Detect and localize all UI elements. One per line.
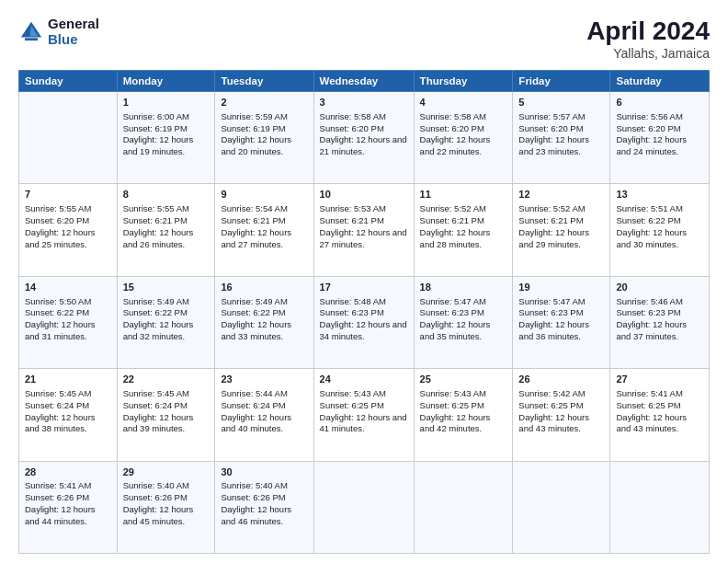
calendar-cell: 27Sunrise: 5:41 AMSunset: 6:25 PMDayligh…	[610, 369, 710, 461]
header: General Blue April 2024 Yallahs, Jamaica	[18, 17, 710, 61]
svg-rect-2	[25, 38, 38, 40]
sunrise: Sunrise: 5:42 AM	[518, 388, 585, 398]
title-block: April 2024 Yallahs, Jamaica	[586, 17, 710, 61]
daylight: Daylight: 12 hours and 36 minutes.	[518, 319, 589, 341]
sunrise: Sunrise: 5:58 AM	[420, 111, 486, 121]
sunrise: Sunrise: 5:45 AM	[25, 388, 91, 398]
sunset: Sunset: 6:24 PM	[221, 400, 285, 410]
calendar-week-5: 28Sunrise: 5:41 AMSunset: 6:26 PMDayligh…	[19, 461, 710, 553]
sunset: Sunset: 6:22 PM	[25, 307, 89, 317]
calendar-cell: 9Sunrise: 5:54 AMSunset: 6:21 PMDaylight…	[215, 184, 313, 276]
calendar-cell: 7Sunrise: 5:55 AMSunset: 6:20 PMDaylight…	[19, 184, 118, 276]
day-number: 14	[25, 281, 111, 294]
sunset: Sunset: 6:21 PM	[123, 215, 188, 225]
daylight: Daylight: 12 hours and 42 minutes.	[420, 412, 491, 434]
day-number: 20	[616, 281, 703, 294]
day-number: 5	[518, 96, 604, 109]
location: Yallahs, Jamaica	[586, 46, 710, 61]
daylight: Daylight: 12 hours and 21 minutes.	[320, 134, 407, 156]
month-title: April 2024	[586, 17, 710, 46]
day-number: 10	[320, 188, 408, 201]
day-number: 18	[420, 281, 507, 294]
calendar-cell: 5Sunrise: 5:57 AMSunset: 6:20 PMDaylight…	[513, 92, 610, 184]
sunrise: Sunrise: 5:40 AM	[221, 480, 287, 490]
sunrise: Sunrise: 5:51 AM	[616, 203, 682, 213]
sunrise: Sunrise: 5:54 AM	[221, 203, 287, 213]
daylight: Daylight: 12 hours and 30 minutes.	[616, 227, 687, 249]
calendar-cell: 19Sunrise: 5:47 AMSunset: 6:23 PMDayligh…	[513, 276, 610, 368]
daylight: Daylight: 12 hours and 20 minutes.	[221, 134, 291, 156]
sunrise: Sunrise: 5:57 AM	[518, 111, 585, 121]
sunrise: Sunrise: 5:40 AM	[123, 480, 189, 490]
calendar-cell: 14Sunrise: 5:50 AMSunset: 6:22 PMDayligh…	[19, 276, 118, 368]
calendar-cell: 28Sunrise: 5:41 AMSunset: 6:26 PMDayligh…	[19, 461, 118, 553]
sunrise: Sunrise: 5:44 AM	[221, 388, 287, 398]
calendar-cell	[19, 92, 118, 184]
col-header-tuesday: Tuesday	[215, 71, 313, 92]
daylight: Daylight: 12 hours and 28 minutes.	[420, 227, 491, 249]
col-header-friday: Friday	[513, 71, 610, 92]
sunrise: Sunrise: 5:43 AM	[320, 388, 386, 398]
calendar-cell: 6Sunrise: 5:56 AMSunset: 6:20 PMDaylight…	[610, 92, 710, 184]
daylight: Daylight: 12 hours and 24 minutes.	[616, 134, 687, 156]
day-number: 22	[123, 373, 210, 386]
calendar-cell: 1Sunrise: 6:00 AMSunset: 6:19 PMDaylight…	[117, 92, 215, 184]
calendar-cell	[313, 461, 414, 553]
calendar-table: SundayMondayTuesdayWednesdayThursdayFrid…	[18, 70, 710, 554]
daylight: Daylight: 12 hours and 19 minutes.	[123, 134, 194, 156]
daylight: Daylight: 12 hours and 44 minutes.	[25, 504, 96, 526]
day-number: 25	[420, 373, 507, 386]
sunset: Sunset: 6:23 PM	[420, 307, 484, 317]
daylight: Daylight: 12 hours and 40 minutes.	[221, 412, 291, 434]
sunrise: Sunrise: 5:47 AM	[420, 296, 486, 306]
daylight: Daylight: 12 hours and 27 minutes.	[221, 227, 291, 249]
daylight: Daylight: 12 hours and 43 minutes.	[616, 412, 687, 434]
sunset: Sunset: 6:21 PM	[518, 215, 583, 225]
logo-text: General Blue	[48, 17, 99, 47]
sunrise: Sunrise: 5:46 AM	[616, 296, 682, 306]
calendar-week-2: 7Sunrise: 5:55 AMSunset: 6:20 PMDaylight…	[19, 184, 710, 276]
daylight: Daylight: 12 hours and 45 minutes.	[123, 504, 194, 526]
calendar-cell: 20Sunrise: 5:46 AMSunset: 6:23 PMDayligh…	[610, 276, 710, 368]
sunset: Sunset: 6:22 PM	[221, 307, 285, 317]
day-number: 30	[221, 465, 307, 479]
sunrise: Sunrise: 5:55 AM	[25, 203, 91, 213]
daylight: Daylight: 12 hours and 33 minutes.	[221, 319, 291, 341]
col-header-saturday: Saturday	[610, 71, 710, 92]
calendar-cell: 21Sunrise: 5:45 AMSunset: 6:24 PMDayligh…	[19, 369, 118, 461]
day-number: 7	[25, 188, 111, 201]
day-number: 1	[123, 96, 210, 109]
sunset: Sunset: 6:20 PM	[420, 123, 484, 133]
day-number: 29	[123, 465, 210, 479]
daylight: Daylight: 12 hours and 37 minutes.	[616, 319, 687, 341]
day-number: 8	[123, 188, 210, 201]
daylight: Daylight: 12 hours and 29 minutes.	[518, 227, 589, 249]
day-number: 28	[25, 465, 111, 479]
sunset: Sunset: 6:24 PM	[123, 400, 188, 410]
calendar-cell: 8Sunrise: 5:55 AMSunset: 6:21 PMDaylight…	[117, 184, 215, 276]
calendar-cell: 18Sunrise: 5:47 AMSunset: 6:23 PMDayligh…	[414, 276, 513, 368]
calendar-cell: 11Sunrise: 5:52 AMSunset: 6:21 PMDayligh…	[414, 184, 513, 276]
daylight: Daylight: 12 hours and 22 minutes.	[420, 134, 491, 156]
calendar-cell: 25Sunrise: 5:43 AMSunset: 6:25 PMDayligh…	[414, 369, 513, 461]
sunset: Sunset: 6:26 PM	[221, 492, 285, 502]
sunrise: Sunrise: 5:53 AM	[320, 203, 386, 213]
calendar-cell: 13Sunrise: 5:51 AMSunset: 6:22 PMDayligh…	[610, 184, 710, 276]
day-number: 19	[518, 281, 604, 294]
sunrise: Sunrise: 6:00 AM	[123, 111, 189, 121]
sunset: Sunset: 6:25 PM	[616, 400, 680, 410]
col-header-thursday: Thursday	[414, 71, 513, 92]
logo: General Blue	[18, 17, 99, 47]
sunrise: Sunrise: 5:43 AM	[420, 388, 486, 398]
day-number: 12	[518, 188, 604, 201]
day-number: 13	[616, 188, 703, 201]
sunset: Sunset: 6:23 PM	[616, 307, 680, 317]
day-number: 24	[320, 373, 408, 386]
day-number: 27	[616, 373, 703, 386]
sunset: Sunset: 6:23 PM	[320, 307, 384, 317]
calendar-header-row: SundayMondayTuesdayWednesdayThursdayFrid…	[19, 71, 710, 92]
daylight: Daylight: 12 hours and 41 minutes.	[320, 412, 407, 434]
day-number: 4	[420, 96, 507, 109]
day-number: 2	[221, 96, 307, 109]
sunset: Sunset: 6:25 PM	[518, 400, 583, 410]
